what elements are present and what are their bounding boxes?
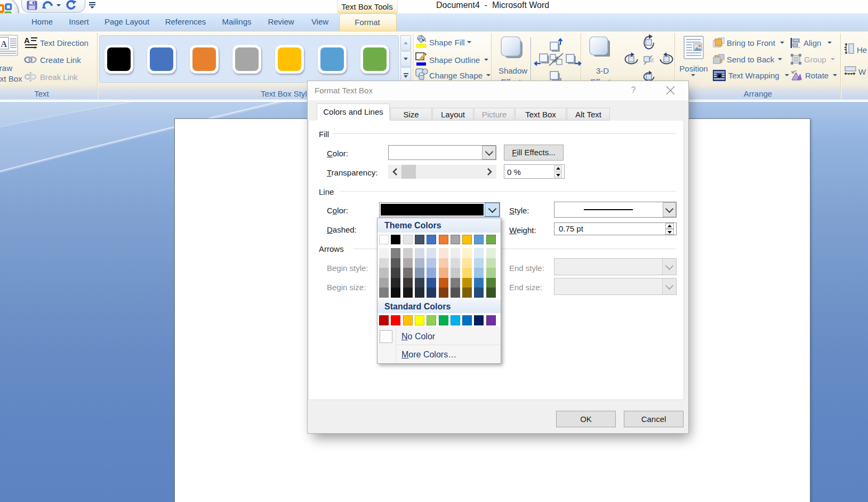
svg-text:A: A	[1, 39, 7, 49]
svg-text:A: A	[24, 36, 30, 45]
